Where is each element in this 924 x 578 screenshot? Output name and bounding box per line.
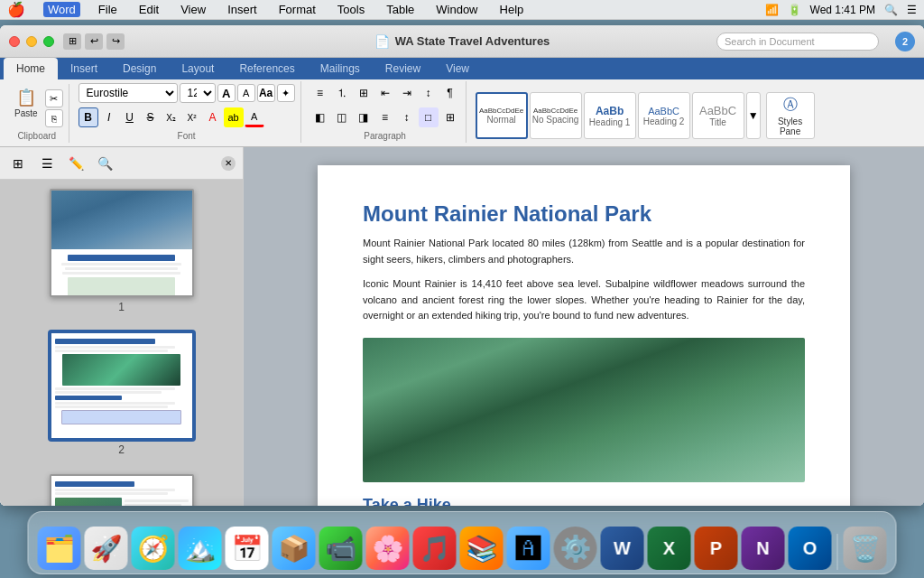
toolbar-icon-2[interactable]: ↩ [85,33,103,50]
document-search[interactable]: Search in Document [716,33,879,51]
menu-edit[interactable]: Edit [135,3,162,16]
nav-close-button[interactable]: ✕ [221,156,236,171]
align-center-button[interactable]: ◫ [332,107,352,127]
styles-pane-button[interactable]: Ⓐ StylesPane [766,92,815,139]
page-thumb-3[interactable]: 3 [9,474,234,506]
dock-photos-app[interactable]: 🏔️ [179,527,222,570]
menu-help[interactable]: Help [496,3,528,16]
minimize-button[interactable] [26,36,37,47]
tab-review[interactable]: Review [373,58,433,79]
maximize-button[interactable] [43,36,54,47]
bullets-button[interactable]: ≡ [310,83,330,103]
document-area[interactable]: Mount Rainier National Park Mount Rainie… [244,147,924,506]
dock-calendar[interactable]: 📅 [226,527,269,570]
styles-gallery-arrow[interactable]: ▼ [746,92,761,139]
page-thumb-2[interactable]: 2 [9,331,234,456]
text-color-button[interactable]: A [245,107,264,127]
dock-launchpad[interactable]: 🚀 [85,527,128,570]
font-selector[interactable]: Eurostile [79,83,178,103]
font-color-button[interactable]: A [203,107,223,127]
nav-headings-button[interactable]: ☰ [36,153,58,174]
dock-books[interactable]: 📚 [460,527,504,570]
style-no-spacing[interactable]: AaBbCcDdEe No Spacing [530,92,582,139]
bold-button[interactable]: B [79,107,98,127]
nav-thumbnails-button[interactable]: ⊞ [7,153,29,174]
user-avatar[interactable]: 2 [895,32,915,51]
increase-font-button[interactable]: A [217,84,236,102]
dock-onenote[interactable]: N [742,527,785,570]
menu-view[interactable]: View [177,3,209,16]
apple-menu[interactable]: 🍎 [7,1,25,18]
nav-edit-button[interactable]: ✏️ [65,153,87,174]
dock-appstore[interactable]: 🅰 [507,527,550,570]
toolbar-icon-3[interactable]: ↪ [106,33,125,50]
paste-button[interactable]: 📋 Paste [11,86,42,120]
decrease-font-button[interactable]: A [237,84,255,102]
dock-excel[interactable]: X [648,527,691,570]
numbered-list-button[interactable]: ⒈ [332,83,352,103]
superscript-button[interactable]: X² [182,107,202,127]
page-thumb-1[interactable]: 1 [9,189,234,313]
menu-insert[interactable]: Insert [224,3,261,16]
dock-safari[interactable]: 🧭 [132,527,175,570]
align-left-button[interactable]: ◧ [310,107,330,127]
dock-outlook[interactable]: O [789,527,832,570]
tab-layout[interactable]: Layout [169,58,226,79]
dock-word[interactable]: W [601,527,644,570]
clock: Wed 1:41 PM [810,4,875,16]
line-spacing-button[interactable]: ↕ [397,107,417,127]
document-page: Mount Rainier National Park Mount Rainie… [318,165,850,506]
dock-trash[interactable]: 🗑️ [844,527,887,570]
tab-home[interactable]: Home [4,58,58,79]
tab-references[interactable]: References [226,58,307,79]
menu-window[interactable]: Window [432,3,481,16]
toolbar-icon-1[interactable]: ⊞ [63,33,81,50]
nav-pane-toolbar: ⊞ ☰ ✏️ 🔍 ✕ [0,147,243,180]
multilevel-list-button[interactable]: ⊞ [354,83,374,103]
menu-table[interactable]: Table [383,3,418,16]
style-title[interactable]: AaBbC Title [692,92,744,139]
tab-view[interactable]: View [433,58,482,79]
shading-button[interactable]: □ [419,107,439,127]
style-heading2[interactable]: AaBbC Heading 2 [638,92,690,139]
dock-music[interactable]: 🎵 [413,527,457,570]
show-marks-button[interactable]: ¶ [440,83,460,103]
justify-button[interactable]: ≡ [375,107,395,127]
clear-format-button[interactable]: ✦ [277,84,295,102]
borders-button[interactable]: ⊞ [440,107,460,127]
subscript-button[interactable]: X₂ [162,107,181,127]
close-button[interactable] [9,36,20,47]
italic-button[interactable]: I [99,107,119,127]
style-normal[interactable]: AaBbCcDdEe Normal [476,92,528,139]
menu-icon[interactable]: ☰ [907,4,917,16]
cut-button[interactable]: ✂ [45,89,63,107]
strikethrough-button[interactable]: S [141,107,161,127]
font-size-selector[interactable]: 12 [180,83,216,103]
copy-button[interactable]: ⎘ [45,109,63,127]
sort-button[interactable]: ↕ [419,83,439,103]
style-heading1[interactable]: AaBb Heading 1 [584,92,636,139]
thumb-bg-1 [51,191,192,249]
word-icon: 📄 [374,34,390,49]
increase-indent-button[interactable]: ⇥ [397,83,417,103]
dock-mail[interactable]: 📦 [273,527,316,570]
align-right-button[interactable]: ◨ [354,107,374,127]
dock-powerpoint[interactable]: P [695,527,738,570]
dock-photos[interactable]: 🌸 [366,527,410,570]
menu-file[interactable]: File [95,3,121,16]
tab-design[interactable]: Design [110,58,169,79]
menu-word[interactable]: Word [43,2,80,17]
nav-search-button[interactable]: 🔍 [94,153,116,174]
highlight-button[interactable]: ab [224,107,244,127]
underline-button[interactable]: U [120,107,140,127]
decrease-indent-button[interactable]: ⇤ [375,83,395,103]
menu-tools[interactable]: Tools [334,3,368,16]
dock-settings[interactable]: ⚙️ [554,527,597,570]
search-icon[interactable]: 🔍 [884,4,898,16]
tab-insert[interactable]: Insert [58,58,110,79]
dock-finder[interactable]: 🗂️ [38,527,81,570]
tab-mailings[interactable]: Mailings [308,58,373,79]
menu-format[interactable]: Format [275,3,319,16]
change-case-button[interactable]: Aa [257,84,275,102]
dock-facetime[interactable]: 📹 [319,527,363,570]
